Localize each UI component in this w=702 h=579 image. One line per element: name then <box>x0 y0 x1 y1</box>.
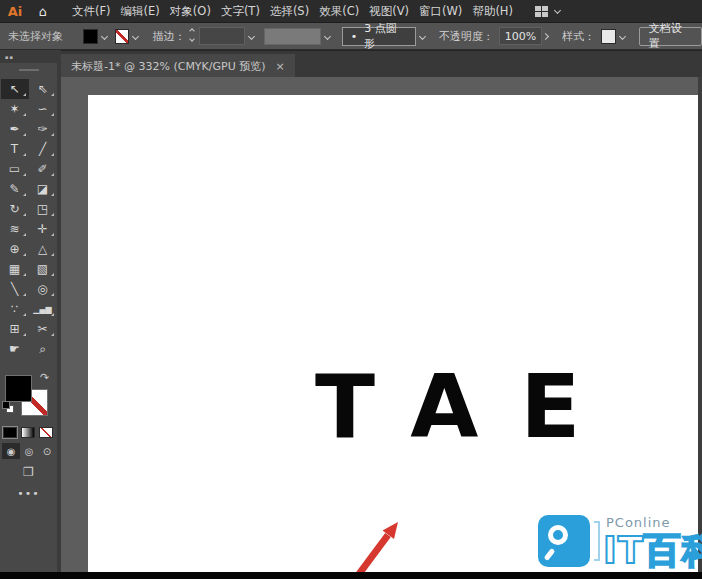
control-bar: 未选择对象 描边： • 3 点圆形 不透明度： 100% 样式： 文档设置 <box>0 22 702 50</box>
tool-direct-selection[interactable]: ⇖ <box>29 79 57 99</box>
chevron-right-icon[interactable] <box>542 32 549 39</box>
menu-file[interactable]: 文件(F) <box>72 0 111 22</box>
watermark-title: IT百科 <box>603 526 702 576</box>
tool-gradient[interactable]: ▧ <box>29 259 57 279</box>
drawing-mode-buttons: ◉ ◎ ⊙ <box>2 443 56 459</box>
watermark-fold-icon <box>594 521 600 561</box>
gradient-button[interactable] <box>21 427 35 438</box>
tool-scale[interactable]: ◳ <box>29 199 57 219</box>
chevron-down-icon[interactable] <box>101 32 108 39</box>
menu-bar: Ai ⌂ 文件(F) 编辑(E) 对象(O) 文字(T) 选择(S) 效果(C)… <box>0 0 702 22</box>
tool-zoom[interactable]: ⌕ <box>29 339 57 359</box>
menu-edit[interactable]: 编辑(E) <box>121 0 160 22</box>
draw-inside-icon[interactable]: ⊙ <box>38 443 56 459</box>
fill-color-swatch[interactable] <box>83 29 98 44</box>
tool-eyedropper[interactable]: ╲ <box>1 279 29 299</box>
style-swatch[interactable] <box>601 29 616 44</box>
swap-fill-stroke-icon[interactable]: ↷ <box>40 371 49 384</box>
tool-blend[interactable]: ◎ <box>29 279 57 299</box>
tool-paintbrush[interactable]: ✐ <box>29 159 57 179</box>
fill-indicator[interactable] <box>5 375 32 402</box>
color-button[interactable] <box>3 427 17 438</box>
tools-dock: ▪▪ ↖ ⇖ ✶ ∽ ✒ ✑ T ╱ ▭ ✐ ✎ ◪ ↻ ◳ ≋ ✛ ⊕ △ ▦… <box>0 50 61 579</box>
workspace-grid-icon <box>535 6 549 17</box>
tool-free-transform[interactable]: ✛ <box>29 219 57 239</box>
tool-curvature[interactable]: ✑ <box>29 119 57 139</box>
chevron-down-icon[interactable] <box>248 32 255 39</box>
stroke-weight-select[interactable] <box>199 27 244 45</box>
tool-magic-wand[interactable]: ✶ <box>1 99 29 119</box>
tool-mesh[interactable]: ▦ <box>1 259 29 279</box>
home-icon[interactable]: ⌂ <box>30 4 56 19</box>
tool-perspective-grid[interactable]: △ <box>29 239 57 259</box>
workspace-switcher[interactable] <box>535 6 560 17</box>
brush-name: 3 点圆形 <box>364 21 407 51</box>
selection-status: 未选择对象 <box>8 29 69 44</box>
tool-panel: ↖ ⇖ ✶ ∽ ✒ ✑ T ╱ ▭ ✐ ✎ ◪ ↻ ◳ ≋ ✛ ⊕ △ ▦ ▧ … <box>0 63 57 579</box>
bottom-border <box>0 572 702 579</box>
menu-effect[interactable]: 效果(C) <box>319 0 359 22</box>
document-tab-bar: 未标题-1* @ 332% (CMYK/GPU 预览) × <box>0 50 702 77</box>
color-type-buttons <box>3 427 53 438</box>
menu-help[interactable]: 帮助(H) <box>472 0 513 22</box>
tool-eraser[interactable]: ◪ <box>29 179 57 199</box>
tool-slice[interactable]: ✂ <box>29 319 57 339</box>
tool-pen[interactable]: ✒ <box>1 119 29 139</box>
watermark-logo-icon <box>538 515 590 567</box>
chevron-down-icon[interactable] <box>324 32 331 39</box>
artboard[interactable]: TAE PConline IT百科 <box>88 95 698 579</box>
tool-rotate[interactable]: ↻ <box>1 199 29 219</box>
tool-symbol-sprayer[interactable]: ∵ <box>1 299 29 319</box>
tool-type[interactable]: T <box>1 139 29 159</box>
tool-rectangle[interactable]: ▭ <box>1 159 29 179</box>
none-button[interactable] <box>39 427 53 438</box>
chevron-down-icon <box>554 6 561 13</box>
opacity-label: 不透明度： <box>439 29 494 44</box>
panel-grip[interactable] <box>19 69 39 71</box>
draw-normal-icon[interactable]: ◉ <box>2 443 20 459</box>
chevron-down-icon[interactable] <box>132 32 139 39</box>
magnifier-icon <box>548 525 568 545</box>
document-tab[interactable]: 未标题-1* @ 332% (CMYK/GPU 预览) × <box>61 54 295 78</box>
stroke-color-swatch[interactable] <box>115 29 130 44</box>
viewport-right-edge <box>698 77 702 579</box>
menu-object[interactable]: 对象(O) <box>170 0 211 22</box>
draw-behind-icon[interactable]: ◎ <box>20 443 38 459</box>
tool-lasso[interactable]: ∽ <box>29 99 57 119</box>
chevron-down-icon[interactable] <box>419 32 426 39</box>
edit-toolbar-icon[interactable]: ••• <box>0 487 57 500</box>
screen-mode-icon[interactable]: ❐ <box>0 465 57 479</box>
document-tab-title: 未标题-1* @ 332% (CMYK/GPU 预览) <box>71 59 266 74</box>
stroke-weight-label: 描边： <box>152 29 185 44</box>
tool-shaper[interactable]: ✎ <box>1 179 29 199</box>
close-icon[interactable]: × <box>276 60 285 73</box>
menu-list: 文件(F) 编辑(E) 对象(O) 文字(T) 选择(S) 效果(C) 视图(V… <box>72 0 513 22</box>
canvas-viewport: TAE PConline IT百科 <box>61 77 702 579</box>
opacity-input[interactable]: 100% <box>499 27 542 45</box>
tool-hand[interactable]: ☛ <box>1 339 29 359</box>
magnifier-handle <box>544 548 556 561</box>
tool-artboard[interactable]: ⊞ <box>1 319 29 339</box>
tool-column-graph[interactable]: ▁▄▆ <box>29 299 57 319</box>
tool-selection[interactable]: ↖ <box>1 79 29 99</box>
brush-preview-dot: • <box>351 30 358 43</box>
menu-view[interactable]: 视图(V) <box>369 0 409 22</box>
width-profile-select[interactable] <box>264 28 321 45</box>
tool-width[interactable]: ≋ <box>1 219 29 239</box>
watermark: PConline IT百科 <box>538 513 698 573</box>
tool-line-segment[interactable]: ╱ <box>29 139 57 159</box>
menu-type[interactable]: 文字(T) <box>221 0 260 22</box>
document-setup-button[interactable]: 文档设置 <box>639 27 702 46</box>
chevron-up-icon <box>190 28 196 34</box>
default-fill-stroke-icon[interactable] <box>2 401 14 413</box>
chevron-down-icon[interactable] <box>619 32 626 39</box>
collapse-dock-icon[interactable]: ▪▪ <box>5 54 14 60</box>
stroke-weight-stepper[interactable] <box>190 29 194 43</box>
tool-shape-builder[interactable]: ⊕ <box>1 239 29 259</box>
illustrator-logo-icon: Ai <box>0 4 30 19</box>
menu-select[interactable]: 选择(S) <box>270 0 309 22</box>
style-label: 样式： <box>562 29 595 44</box>
menu-window[interactable]: 窗口(W) <box>419 0 462 22</box>
annotation-arrow <box>88 95 698 579</box>
brush-definition-select[interactable]: • 3 点圆形 <box>342 27 416 46</box>
